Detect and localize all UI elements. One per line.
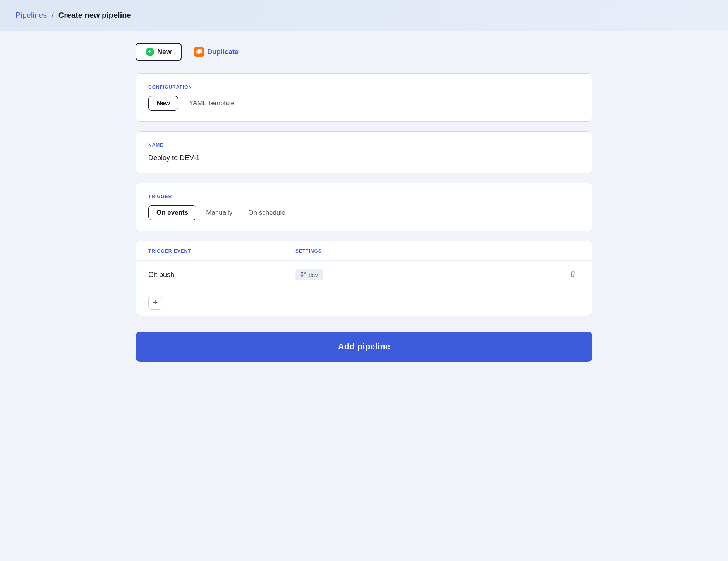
svg-point-4 [305, 273, 306, 274]
trigger-on-events[interactable]: On events [148, 205, 196, 220]
trigger-options: On events Manually On schedule [148, 205, 580, 220]
tab-duplicate[interactable]: Duplicate [185, 43, 248, 61]
add-trigger-row: + [136, 289, 592, 316]
trigger-event-header: TRIGGER EVENT SETTINGS [136, 241, 592, 261]
name-label: NAME [148, 142, 580, 148]
branch-badge[interactable]: dev [295, 269, 323, 280]
trigger-card: TRIGGER On events Manually On schedule [136, 183, 592, 231]
configuration-label: CONFIGURATION [148, 84, 580, 90]
page-header: Pipelines / Create new pipeline [0, 0, 728, 31]
svg-point-2 [302, 272, 303, 274]
trigger-manually[interactable]: Manually [200, 206, 239, 220]
settings-label: SETTINGS [295, 248, 322, 254]
add-trigger-button[interactable]: + [148, 296, 162, 310]
add-icon: + [153, 298, 158, 308]
delete-trigger-button[interactable] [566, 269, 580, 281]
trigger-divider [198, 209, 198, 217]
breadcrumb-parent[interactable]: Pipelines [15, 11, 47, 20]
trigger-label: TRIGGER [148, 194, 580, 199]
tab-new-label: New [157, 48, 172, 56]
config-option-yaml[interactable]: YAML Template [187, 96, 236, 110]
configuration-options: New YAML Template [148, 96, 580, 111]
trigger-divider-2 [240, 209, 240, 217]
svg-rect-1 [198, 49, 202, 53]
breadcrumb-current: Create new pipeline [58, 11, 131, 20]
trigger-event-row: Git push dev [136, 261, 592, 289]
trigger-event-col2-header: SETTINGS [295, 247, 580, 254]
tab-bar: + New Duplicate [136, 43, 592, 61]
config-option-new[interactable]: New [148, 96, 178, 111]
duplicate-icon [194, 47, 204, 57]
breadcrumb-separator: / [52, 11, 54, 20]
name-card: NAME Deploy to DEV-1 [136, 131, 592, 173]
trigger-event-label: TRIGGER EVENT [148, 248, 191, 254]
trigger-event-settings: dev [295, 269, 566, 280]
trigger-event-name: Git push [148, 271, 295, 279]
tab-new[interactable]: + New [136, 43, 182, 61]
name-value[interactable]: Deploy to DEV-1 [148, 154, 580, 162]
tab-duplicate-label: Duplicate [207, 48, 239, 56]
add-pipeline-button[interactable]: Add pipeline [136, 332, 592, 362]
trigger-event-card: TRIGGER EVENT SETTINGS Git push [136, 241, 592, 316]
svg-point-3 [302, 275, 303, 277]
branch-icon [301, 272, 306, 278]
trigger-on-schedule[interactable]: On schedule [242, 206, 291, 220]
branch-label: dev [309, 272, 318, 278]
trigger-event-col1-header: TRIGGER EVENT [148, 247, 295, 254]
main-content: + New Duplicate CONFIGURATION New YAML T… [120, 31, 608, 374]
new-plus-icon: + [146, 48, 154, 56]
configuration-card: CONFIGURATION New YAML Template [136, 73, 592, 122]
